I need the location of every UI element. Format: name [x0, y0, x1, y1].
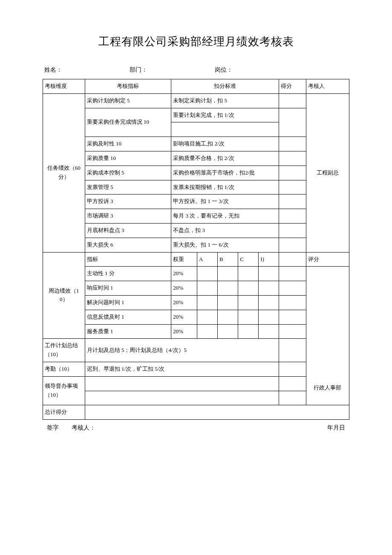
standard-cell: 采购质量不合格，扣 2/次: [171, 151, 279, 166]
score-cell[interactable]: [279, 180, 306, 195]
table-row: 服务质量 1 20%: [43, 324, 349, 339]
dimension-cell-plan: 工作计划总结（10）: [43, 339, 85, 362]
score-cell[interactable]: [279, 376, 306, 391]
grade-cell[interactable]: [218, 267, 238, 281]
score-cell[interactable]: [279, 93, 306, 108]
score-cell[interactable]: [279, 238, 306, 252]
table-header-row: 考核维度 考核指标 扣分标准 得分 考核人: [43, 79, 349, 94]
table-row: 考勤（10） 迟到、早退扣 1/次，旷工扣 5/次: [43, 362, 349, 376]
grade-cell[interactable]: [259, 295, 279, 310]
grade-cell[interactable]: [259, 324, 279, 339]
table-row: 采购及时性 10 影响项目施工,扣 2/次: [43, 137, 349, 151]
score-cell[interactable]: [279, 391, 306, 405]
grade-cell[interactable]: [218, 324, 238, 339]
metric-cell: 采购计划的制定 5: [85, 93, 171, 108]
weight-cell: 20%: [171, 281, 197, 296]
score-cell[interactable]: [279, 310, 306, 324]
score-cell[interactable]: [279, 137, 306, 151]
grade-cell[interactable]: [259, 310, 279, 324]
reviewer-cell-task: 工程副总: [306, 93, 349, 252]
standard-cell: 采购价格明显高于市场价，扣2/批: [171, 166, 279, 180]
table-row: 工作计划总结（10） 月计划及总结 5；周计划及总结（4/次）5: [43, 339, 349, 362]
grade-cell[interactable]: [218, 295, 238, 310]
grade-cell[interactable]: [218, 310, 238, 324]
score-cell[interactable]: [279, 166, 306, 180]
table-row: [43, 391, 349, 405]
col-metric: 考核指标: [85, 79, 171, 94]
score-cell[interactable]: [279, 362, 306, 376]
total-score-cell[interactable]: [85, 405, 349, 420]
table-row: 月底材料盘点 3 不盘点，扣 3: [43, 223, 349, 238]
standard-cell: 不盘点，扣 3: [171, 223, 279, 238]
grade-cell[interactable]: [259, 281, 279, 296]
col-dimension: 考核维度: [43, 79, 85, 94]
metric-cell: 重大损失 6: [85, 238, 171, 252]
grade-cell[interactable]: [259, 267, 279, 281]
peripheral-c-header: C: [238, 252, 259, 267]
post-label: 岗位：: [215, 67, 233, 73]
grade-cell[interactable]: [197, 295, 217, 310]
standard-cell: 甲方投诉。扣 1 一 3/次: [171, 195, 279, 209]
standard-cell: 未制定采购计划，扣 5: [171, 93, 279, 108]
standard-cell-empty: [171, 122, 279, 137]
date-label: 年月日: [327, 424, 345, 432]
grade-cell[interactable]: [197, 281, 217, 296]
table-row: 主动性 1 分 20% 行政人事部: [43, 267, 349, 281]
grade-cell[interactable]: [197, 267, 217, 281]
metric-cell: 重要采购任务完成情况 10: [85, 108, 171, 137]
grade-cell[interactable]: [238, 267, 259, 281]
table-row: 周边绩效（10） 指标 权重 A B C I) 评分: [43, 252, 349, 267]
weight-cell: 20%: [171, 267, 197, 281]
dimension-cell-supervise: 领导督办事项（10）: [43, 376, 85, 405]
table-row: 重大损失 6 重大损失。扣 1 一 6/次: [43, 238, 349, 252]
metric-cell: 信息反馈及时 1: [85, 310, 171, 324]
table-row: 任务绩效（60分） 采购计划的制定 5 未制定采购计划，扣 5 工程副总: [43, 93, 349, 108]
table-row: 总计得分: [43, 405, 349, 420]
dimension-cell-total: 总计得分: [43, 405, 85, 420]
weight-cell: 20%: [171, 295, 197, 310]
score-cell[interactable]: [279, 209, 306, 224]
score-cell[interactable]: [279, 195, 306, 209]
col-reviewer: 考核人: [306, 79, 349, 94]
standard-cell: 每月 3 次，要有记录，无扣: [171, 209, 279, 224]
score-cell[interactable]: [279, 295, 306, 310]
standard-cell: 发票未按期报销，扣 1/次: [171, 180, 279, 195]
dimension-cell-peripheral: 周边绩效（10）: [43, 252, 85, 339]
peripheral-metric-header: 指标: [85, 252, 171, 267]
footer-row: 签字 考核人： 年月日: [43, 424, 349, 432]
grade-cell[interactable]: [238, 281, 259, 296]
score-cell[interactable]: [279, 223, 306, 238]
table-row: 采购质量 10 采购质量不合格，扣 2/次: [43, 151, 349, 166]
table-row: 采购成本控制 5 采购价格明显高于市场价，扣2/批: [43, 166, 349, 180]
score-cell[interactable]: [279, 324, 306, 339]
grade-cell[interactable]: [197, 310, 217, 324]
standard-cell: 重大损失。扣 1 一 6/次: [171, 238, 279, 252]
sign-label: 签字: [47, 424, 59, 432]
weight-cell: 20%: [171, 324, 197, 339]
grade-cell[interactable]: [218, 281, 238, 296]
score-cell[interactable]: [279, 151, 306, 166]
table-row: 甲方投诉 3 甲方投诉。扣 1 一 3/次: [43, 195, 349, 209]
table-row: 响应时间 1 20%: [43, 281, 349, 296]
grade-cell[interactable]: [238, 324, 259, 339]
peripheral-reviewer-header: 评分: [306, 252, 349, 267]
score-cell[interactable]: [279, 108, 306, 137]
supervise-content-cell[interactable]: [85, 376, 279, 391]
standard-cell: 重要计划未完成，扣 1/次: [171, 108, 279, 122]
peripheral-b-header: B: [218, 252, 238, 267]
dept-label: 部门：: [130, 67, 147, 73]
score-cell[interactable]: [279, 281, 306, 296]
grade-cell[interactable]: [238, 310, 259, 324]
score-cell[interactable]: [279, 252, 306, 267]
standard-cell: 影响项目施工,扣 2/次: [171, 137, 279, 151]
score-cell[interactable]: [279, 339, 306, 362]
table-row: 市场调研 3 每月 3 次，要有记录，无扣: [43, 209, 349, 224]
page-title: 工程有限公司采购部经理月绩效考核表: [43, 34, 349, 49]
grade-cell[interactable]: [238, 295, 259, 310]
dimension-cell-task: 任务绩效（60分）: [43, 93, 85, 252]
score-cell[interactable]: [279, 267, 306, 281]
supervise-content-cell[interactable]: [85, 391, 279, 405]
metric-cell: 月底材料盘点 3: [85, 223, 171, 238]
grade-cell[interactable]: [197, 324, 217, 339]
info-header: 姓名： 部门： 岗位：: [43, 66, 349, 76]
